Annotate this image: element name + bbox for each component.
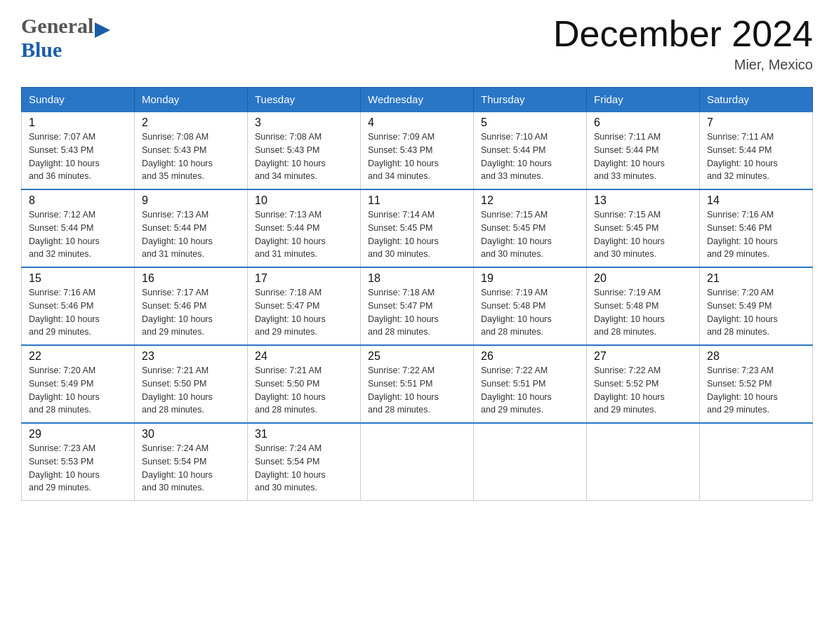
day-info: Sunrise: 7:16 AM Sunset: 5:46 PM Dayligh… bbox=[29, 286, 127, 339]
logo-arrow-icon bbox=[95, 22, 110, 38]
day-info: Sunrise: 7:09 AM Sunset: 5:43 PM Dayligh… bbox=[368, 130, 466, 183]
calendar-table: SundayMondayTuesdayWednesdayThursdayFrid… bbox=[21, 87, 813, 501]
logo-blue-text: Blue bbox=[21, 38, 62, 61]
day-number: 13 bbox=[594, 194, 692, 207]
day-number: 16 bbox=[142, 272, 240, 285]
calendar-cell: 25 Sunrise: 7:22 AM Sunset: 5:51 PM Dayl… bbox=[361, 345, 474, 423]
calendar-cell: 10 Sunrise: 7:13 AM Sunset: 5:44 PM Dayl… bbox=[248, 189, 361, 267]
day-info: Sunrise: 7:23 AM Sunset: 5:52 PM Dayligh… bbox=[707, 364, 805, 417]
day-info: Sunrise: 7:24 AM Sunset: 5:54 PM Dayligh… bbox=[255, 442, 353, 495]
calendar-cell: 9 Sunrise: 7:13 AM Sunset: 5:44 PM Dayli… bbox=[135, 189, 248, 267]
day-number: 21 bbox=[707, 272, 805, 285]
day-info: Sunrise: 7:13 AM Sunset: 5:44 PM Dayligh… bbox=[255, 208, 353, 261]
day-info: Sunrise: 7:20 AM Sunset: 5:49 PM Dayligh… bbox=[707, 286, 805, 339]
day-info: Sunrise: 7:24 AM Sunset: 5:54 PM Dayligh… bbox=[142, 442, 240, 495]
calendar-cell: 28 Sunrise: 7:23 AM Sunset: 5:52 PM Dayl… bbox=[700, 345, 813, 423]
day-info: Sunrise: 7:19 AM Sunset: 5:48 PM Dayligh… bbox=[481, 286, 579, 339]
calendar-body: 1 Sunrise: 7:07 AM Sunset: 5:43 PM Dayli… bbox=[22, 112, 813, 501]
day-number: 24 bbox=[255, 350, 353, 363]
calendar-cell bbox=[700, 423, 813, 501]
calendar-cell bbox=[361, 423, 474, 501]
calendar-cell: 2 Sunrise: 7:08 AM Sunset: 5:43 PM Dayli… bbox=[135, 112, 248, 189]
day-info: Sunrise: 7:12 AM Sunset: 5:44 PM Dayligh… bbox=[29, 208, 127, 261]
calendar-cell: 17 Sunrise: 7:18 AM Sunset: 5:47 PM Dayl… bbox=[248, 267, 361, 345]
day-number: 2 bbox=[142, 116, 240, 129]
day-info: Sunrise: 7:08 AM Sunset: 5:43 PM Dayligh… bbox=[255, 130, 353, 183]
header-row: SundayMondayTuesdayWednesdayThursdayFrid… bbox=[22, 88, 813, 112]
calendar-cell: 22 Sunrise: 7:20 AM Sunset: 5:49 PM Dayl… bbox=[22, 345, 135, 423]
day-info: Sunrise: 7:21 AM Sunset: 5:50 PM Dayligh… bbox=[255, 364, 353, 417]
title-block: December 2024 Mier, Mexico bbox=[553, 14, 813, 73]
day-number: 30 bbox=[142, 428, 240, 441]
calendar-cell: 8 Sunrise: 7:12 AM Sunset: 5:44 PM Dayli… bbox=[22, 189, 135, 267]
day-number: 18 bbox=[368, 272, 466, 285]
day-number: 31 bbox=[255, 428, 353, 441]
calendar-cell: 27 Sunrise: 7:22 AM Sunset: 5:52 PM Dayl… bbox=[587, 345, 700, 423]
calendar-cell: 23 Sunrise: 7:21 AM Sunset: 5:50 PM Dayl… bbox=[135, 345, 248, 423]
day-of-week-header: Thursday bbox=[474, 88, 587, 112]
calendar-cell: 6 Sunrise: 7:11 AM Sunset: 5:44 PM Dayli… bbox=[587, 112, 700, 189]
calendar-cell: 5 Sunrise: 7:10 AM Sunset: 5:44 PM Dayli… bbox=[474, 112, 587, 189]
calendar-week-row: 1 Sunrise: 7:07 AM Sunset: 5:43 PM Dayli… bbox=[22, 112, 813, 189]
day-info: Sunrise: 7:11 AM Sunset: 5:44 PM Dayligh… bbox=[707, 130, 805, 183]
calendar-cell: 1 Sunrise: 7:07 AM Sunset: 5:43 PM Dayli… bbox=[22, 112, 135, 189]
day-number: 6 bbox=[594, 116, 692, 129]
calendar-cell: 24 Sunrise: 7:21 AM Sunset: 5:50 PM Dayl… bbox=[248, 345, 361, 423]
calendar-cell bbox=[474, 423, 587, 501]
day-info: Sunrise: 7:21 AM Sunset: 5:50 PM Dayligh… bbox=[142, 364, 240, 417]
day-number: 5 bbox=[481, 116, 579, 129]
day-of-week-header: Monday bbox=[135, 88, 248, 112]
day-info: Sunrise: 7:08 AM Sunset: 5:43 PM Dayligh… bbox=[142, 130, 240, 183]
day-number: 26 bbox=[481, 350, 579, 363]
calendar-cell: 30 Sunrise: 7:24 AM Sunset: 5:54 PM Dayl… bbox=[135, 423, 248, 501]
day-info: Sunrise: 7:23 AM Sunset: 5:53 PM Dayligh… bbox=[29, 442, 127, 495]
day-number: 12 bbox=[481, 194, 579, 207]
day-number: 14 bbox=[707, 194, 805, 207]
calendar-week-row: 29 Sunrise: 7:23 AM Sunset: 5:53 PM Dayl… bbox=[22, 423, 813, 501]
day-info: Sunrise: 7:14 AM Sunset: 5:45 PM Dayligh… bbox=[368, 208, 466, 261]
calendar-cell: 3 Sunrise: 7:08 AM Sunset: 5:43 PM Dayli… bbox=[248, 112, 361, 189]
calendar-cell: 20 Sunrise: 7:19 AM Sunset: 5:48 PM Dayl… bbox=[587, 267, 700, 345]
logo-general-text: General bbox=[21, 14, 93, 38]
day-info: Sunrise: 7:22 AM Sunset: 5:52 PM Dayligh… bbox=[594, 364, 692, 417]
calendar-week-row: 22 Sunrise: 7:20 AM Sunset: 5:49 PM Dayl… bbox=[22, 345, 813, 423]
day-number: 20 bbox=[594, 272, 692, 285]
day-info: Sunrise: 7:17 AM Sunset: 5:46 PM Dayligh… bbox=[142, 286, 240, 339]
calendar-week-row: 15 Sunrise: 7:16 AM Sunset: 5:46 PM Dayl… bbox=[22, 267, 813, 345]
day-number: 7 bbox=[707, 116, 805, 129]
day-info: Sunrise: 7:13 AM Sunset: 5:44 PM Dayligh… bbox=[142, 208, 240, 261]
day-info: Sunrise: 7:10 AM Sunset: 5:44 PM Dayligh… bbox=[481, 130, 579, 183]
svg-marker-0 bbox=[95, 22, 110, 38]
day-number: 23 bbox=[142, 350, 240, 363]
calendar-cell: 15 Sunrise: 7:16 AM Sunset: 5:46 PM Dayl… bbox=[22, 267, 135, 345]
calendar-cell: 21 Sunrise: 7:20 AM Sunset: 5:49 PM Dayl… bbox=[700, 267, 813, 345]
day-number: 17 bbox=[255, 272, 353, 285]
day-info: Sunrise: 7:15 AM Sunset: 5:45 PM Dayligh… bbox=[594, 208, 692, 261]
calendar-cell: 31 Sunrise: 7:24 AM Sunset: 5:54 PM Dayl… bbox=[248, 423, 361, 501]
day-number: 8 bbox=[29, 194, 127, 207]
day-info: Sunrise: 7:22 AM Sunset: 5:51 PM Dayligh… bbox=[368, 364, 466, 417]
calendar-cell: 7 Sunrise: 7:11 AM Sunset: 5:44 PM Dayli… bbox=[700, 112, 813, 189]
day-number: 27 bbox=[594, 350, 692, 363]
day-of-week-header: Friday bbox=[587, 88, 700, 112]
day-number: 10 bbox=[255, 194, 353, 207]
day-info: Sunrise: 7:16 AM Sunset: 5:46 PM Dayligh… bbox=[707, 208, 805, 261]
calendar-cell: 11 Sunrise: 7:14 AM Sunset: 5:45 PM Dayl… bbox=[361, 189, 474, 267]
calendar-cell: 13 Sunrise: 7:15 AM Sunset: 5:45 PM Dayl… bbox=[587, 189, 700, 267]
calendar-cell: 4 Sunrise: 7:09 AM Sunset: 5:43 PM Dayli… bbox=[361, 112, 474, 189]
day-of-week-header: Tuesday bbox=[248, 88, 361, 112]
day-number: 28 bbox=[707, 350, 805, 363]
day-of-week-header: Sunday bbox=[22, 88, 135, 112]
location: Mier, Mexico bbox=[553, 57, 813, 73]
day-number: 19 bbox=[481, 272, 579, 285]
calendar-cell: 16 Sunrise: 7:17 AM Sunset: 5:46 PM Dayl… bbox=[135, 267, 248, 345]
calendar-cell: 14 Sunrise: 7:16 AM Sunset: 5:46 PM Dayl… bbox=[700, 189, 813, 267]
day-info: Sunrise: 7:18 AM Sunset: 5:47 PM Dayligh… bbox=[368, 286, 466, 339]
calendar-cell: 29 Sunrise: 7:23 AM Sunset: 5:53 PM Dayl… bbox=[22, 423, 135, 501]
day-info: Sunrise: 7:15 AM Sunset: 5:45 PM Dayligh… bbox=[481, 208, 579, 261]
day-of-week-header: Saturday bbox=[700, 88, 813, 112]
logo: General Blue bbox=[21, 14, 110, 62]
day-info: Sunrise: 7:11 AM Sunset: 5:44 PM Dayligh… bbox=[594, 130, 692, 183]
day-number: 3 bbox=[255, 116, 353, 129]
day-info: Sunrise: 7:20 AM Sunset: 5:49 PM Dayligh… bbox=[29, 364, 127, 417]
